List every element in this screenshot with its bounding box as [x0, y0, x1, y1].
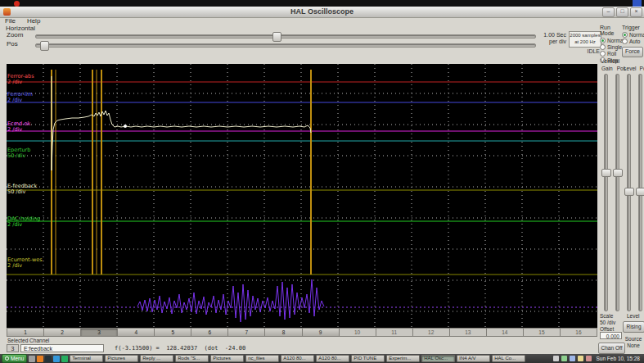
channel-scale: 50 /div: [7, 153, 30, 159]
task-button-2[interactable]: Reply ...: [140, 355, 173, 362]
titlebar[interactable]: HAL Oscilloscope –□×: [0, 7, 644, 18]
channel-button-12[interactable]: 12: [413, 328, 450, 337]
channel-button-7[interactable]: 7: [228, 328, 265, 337]
channel-button-13[interactable]: 13: [450, 328, 487, 337]
vertical-pos-slider-handle[interactable]: [613, 169, 623, 177]
purple-noise-trace: [137, 279, 324, 322]
run-mode-option-normal[interactable]: Normal: [600, 37, 623, 43]
channel-button-3[interactable]: 3: [81, 328, 118, 337]
menu-button[interactable]: Menu: [2, 354, 27, 363]
menu-file[interactable]: File: [2, 17, 18, 25]
radio-icon: [622, 32, 628, 38]
volume-icon[interactable]: [561, 356, 567, 361]
level-label: Level: [624, 66, 637, 71]
zoom-slider[interactable]: [35, 34, 536, 39]
firefox-icon[interactable]: [37, 356, 43, 362]
time-per-div: 1.00 Sec per div: [519, 32, 566, 45]
trigger-option-normal[interactable]: Normal: [622, 31, 643, 38]
channel-button-4[interactable]: 4: [118, 328, 155, 337]
radio-icon: [622, 39, 628, 44]
minimize-button[interactable]: –: [602, 7, 615, 17]
gain-label: Gain: [601, 66, 613, 71]
screenshot-icon[interactable]: [61, 356, 68, 362]
task-button-4[interactable]: Pictures: [210, 355, 244, 362]
pos-slider-row: Pos: [6, 40, 536, 49]
capture-state: IDLE: [569, 48, 600, 54]
trigger-edge-button[interactable]: Rising: [623, 321, 644, 333]
zoom-slider-row: Zoom: [6, 31, 536, 40]
task-button-3[interactable]: Rods "S...: [175, 355, 209, 362]
channel-button-11[interactable]: 11: [376, 328, 413, 337]
selected-channel-label: Selected Channel: [7, 338, 49, 343]
trigger-option-auto[interactable]: Auto: [622, 38, 643, 44]
system-tray: Sun Feb 10, 15:28: [553, 356, 643, 361]
offset-value[interactable]: 0.000: [600, 332, 622, 339]
trigger-pos-slider[interactable]: [638, 74, 642, 311]
bluetooth-icon[interactable]: [570, 356, 575, 361]
run-mode-option-single[interactable]: Single: [600, 43, 623, 50]
force-button[interactable]: Force: [622, 47, 643, 57]
channel-button-10[interactable]: 10: [340, 328, 376, 337]
run-mode-option-roll[interactable]: Roll: [600, 50, 623, 57]
channel-label-dac-holding: DAC-holding2 /div: [7, 216, 40, 227]
desktop-corner-icon: [633, 0, 642, 7]
channel-label-ecmd-ok: Ecmd-ok2 /div: [7, 121, 30, 132]
channel-scale: 2 /div: [7, 263, 43, 269]
trigger-pos-slider-handle[interactable]: [636, 188, 644, 196]
pos-slider[interactable]: [35, 43, 536, 48]
trigger-level-slider[interactable]: [627, 74, 631, 311]
power-icon[interactable]: [578, 356, 583, 361]
sample-rate-indicator[interactable]: 2000 samples at 200 Hz: [569, 31, 601, 48]
task-button-5[interactable]: nc_files: [245, 355, 279, 362]
channel-button-2[interactable]: 2: [44, 328, 81, 337]
channel-button-1[interactable]: 1: [7, 328, 44, 337]
trigger-options: NormalAuto: [622, 31, 643, 44]
channel-button-14[interactable]: 14: [487, 328, 524, 337]
white-step-trace: [52, 76, 311, 170]
gain-slider-handle[interactable]: [601, 169, 611, 177]
task-buttons: TerminalPicturesReply ...Rods "S...Pictu…: [70, 355, 525, 362]
vertical-pos-slider[interactable]: [615, 74, 619, 311]
channel-button-5[interactable]: 5: [155, 328, 191, 337]
channel-label-ferror-abs: Ferror-abs2 /div: [7, 74, 34, 84]
task-button-12[interactable]: HAL Co...: [492, 355, 525, 362]
channel-button-6[interactable]: 6: [191, 328, 228, 337]
task-button-0[interactable]: Terminal: [70, 355, 103, 362]
menu-help[interactable]: Help: [25, 17, 43, 25]
task-button-7[interactable]: A120 80...: [316, 355, 349, 362]
hal-oscilloscope-window: HAL Oscilloscope –□× FileHelp Horizontal…: [0, 7, 644, 354]
task-button-10[interactable]: HAL Osc...: [421, 355, 455, 362]
files-icon[interactable]: [53, 356, 60, 362]
task-button-8[interactable]: PID TUNE: [351, 355, 385, 362]
window-title: HAL Oscilloscope: [0, 7, 644, 17]
selected-channel-name-field[interactable]: E:feedback: [20, 344, 104, 352]
source-value[interactable]: None: [624, 343, 643, 349]
channel-scale: 2 /div: [7, 79, 34, 85]
gain-slider[interactable]: [604, 74, 608, 311]
channel-button-8[interactable]: 8: [265, 328, 302, 337]
channel-button-15[interactable]: 15: [524, 328, 561, 337]
channel-scale: 2 /div: [7, 98, 33, 103]
task-button-1[interactable]: Pictures: [105, 355, 138, 362]
show-desktop-icon[interactable]: [29, 356, 35, 362]
scale-value: 50 /div: [600, 320, 615, 326]
run-mode-label: Run Mode: [600, 25, 623, 36]
trigger-panel: Trigger NormalAuto Force: [622, 25, 643, 57]
trigger-level-slider-handle[interactable]: [624, 188, 634, 196]
pos-slider-handle[interactable]: [40, 41, 49, 51]
maximize-button[interactable]: □: [616, 7, 628, 17]
messages-icon[interactable]: [586, 356, 592, 361]
close-button[interactable]: ×: [630, 7, 642, 17]
task-button-6[interactable]: A120 80...: [281, 355, 314, 362]
clock: Sun Feb 10, 15:28: [594, 356, 643, 361]
channel-button-16[interactable]: 16: [561, 328, 597, 337]
chan-off-button[interactable]: Chan Off: [598, 343, 625, 354]
task-button-9[interactable]: Experim...: [386, 355, 420, 362]
channel-label-e-feedback: E-feedback50 /div: [7, 184, 37, 194]
scale-label: Scale: [600, 313, 615, 320]
scope-display[interactable]: Ferror-abs2 /divFerror-lim2 /divEcmd-ok2…: [7, 64, 597, 328]
network-icon[interactable]: [553, 356, 559, 361]
channel-button-9[interactable]: 9: [303, 328, 340, 337]
terminal-icon[interactable]: [45, 356, 52, 362]
task-button-11[interactable]: IN4 A/V: [457, 355, 490, 362]
